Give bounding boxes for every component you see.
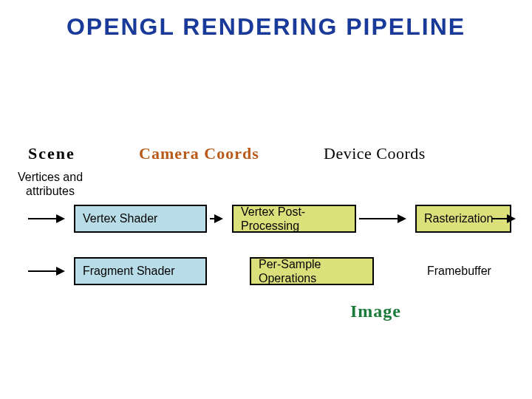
label-scene: Scene [28, 144, 75, 163]
stage-vertex-shader: Vertex Shader [74, 205, 207, 233]
stage-framebuffer: Framebuffer [420, 257, 514, 285]
label-image: Image [350, 301, 401, 321]
arrow-icon [28, 218, 64, 219]
stage-per-sample-operations: Per-Sample Operations [250, 257, 374, 285]
label-device-coords: Device Coords [324, 144, 426, 163]
page-title: OPENGL RENDERING PIPELINE [0, 13, 532, 41]
arrow-icon [492, 218, 514, 219]
arrow-icon [28, 270, 64, 272]
label-vertices-attributes: Vertices and attributes [13, 170, 87, 198]
stage-fragment-shader: Fragment Shader [74, 257, 207, 285]
stage-vertex-post-processing: Vertex Post-Processing [232, 205, 356, 233]
arrow-icon [210, 218, 222, 219]
arrow-icon [359, 218, 405, 219]
label-camera-coords: Camera Coords [139, 144, 259, 163]
